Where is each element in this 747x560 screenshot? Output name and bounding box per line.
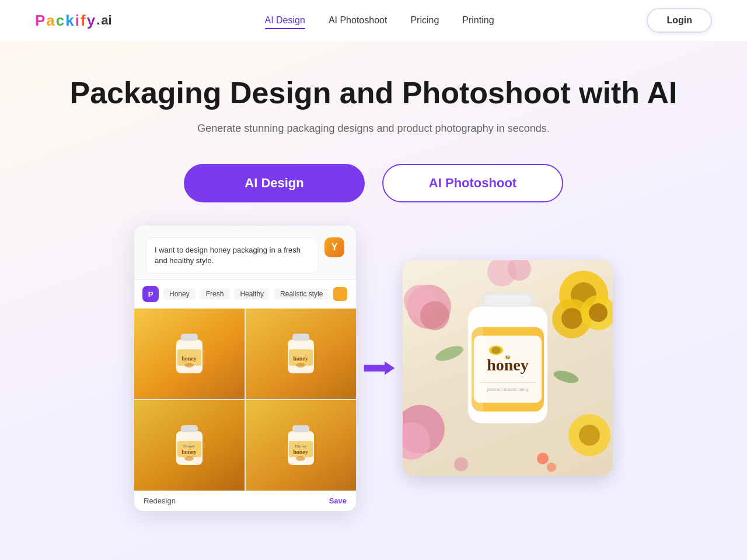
logo-letter-a: a <box>46 12 54 30</box>
nav-links: AI Design AI Photoshoot Pricing Printing <box>265 15 494 26</box>
svg-point-35 <box>579 425 600 446</box>
tag-color-swatch <box>333 287 347 301</box>
grid-image-2: honey <box>246 309 356 399</box>
toggle-ai-photoshoot[interactable]: AI Photoshoot <box>382 164 563 202</box>
nav-link-ai-photoshoot[interactable]: AI Photoshoot <box>329 15 388 26</box>
logo-ai: ai <box>101 13 111 28</box>
logo-letter-c: c <box>56 12 64 30</box>
left-panel: I want to design honey packaging in a fr… <box>134 226 356 511</box>
svg-point-21 <box>296 456 305 461</box>
svg-point-40 <box>454 457 468 471</box>
navbar: Packify.ai AI Design AI Photoshoot Prici… <box>0 0 747 41</box>
user-avatar: Y <box>324 237 344 257</box>
tag-healthy: Healthy <box>234 288 270 300</box>
logo-letter-f: f <box>81 12 86 30</box>
login-button[interactable]: Login <box>647 8 712 33</box>
logo-letter-y: y <box>87 12 95 30</box>
chat-bubble: I want to design honey packaging in a fr… <box>146 237 319 274</box>
redesign-button[interactable]: Redesign <box>144 496 176 505</box>
svg-point-15 <box>184 456 194 461</box>
logo-letter-k: k <box>65 12 74 30</box>
chat-area: I want to design honey packaging in a fr… <box>134 226 356 280</box>
svg-text:honey: honey <box>181 355 197 362</box>
arrow-container <box>356 354 403 383</box>
product-scene: honey 🐝 premium natural honey <box>403 260 613 476</box>
svg-rect-1 <box>181 334 198 341</box>
svg-marker-22 <box>364 362 395 375</box>
svg-rect-44 <box>484 295 531 306</box>
svg-text:Disney: Disney <box>295 444 306 449</box>
svg-rect-55 <box>472 312 483 416</box>
svg-text:honey: honey <box>293 355 308 362</box>
demo-area: I want to design honey packaging in a fr… <box>53 226 694 511</box>
toggle-ai-design[interactable]: AI Design <box>184 164 365 202</box>
svg-text:premium natural honey: premium natural honey <box>487 388 529 393</box>
svg-text:🐝: 🐝 <box>505 355 511 360</box>
svg-point-33 <box>589 303 608 322</box>
logo-letter-p: P <box>35 12 45 30</box>
logo-letter-i: i <box>75 12 79 30</box>
packify-icon: P <box>142 286 159 302</box>
svg-rect-17 <box>292 425 309 432</box>
svg-rect-6 <box>292 334 309 341</box>
svg-point-38 <box>537 453 549 464</box>
honey-jar-svg-4: Disney honey <box>282 421 320 470</box>
svg-point-39 <box>547 463 556 472</box>
honey-jar-svg-3: Disney honey <box>170 421 208 470</box>
right-panel: honey 🐝 premium natural honey <box>403 260 613 476</box>
honey-jar-svg-1: honey <box>170 329 208 379</box>
grid-image-3: Disney honey <box>134 400 245 491</box>
svg-rect-11 <box>181 425 198 432</box>
tag-realistic: Realistic style <box>274 288 329 300</box>
arrow-icon <box>362 354 397 383</box>
hero-subtitle: Generate stunning packaging designs and … <box>35 123 712 135</box>
honey-jar-svg-2: honey <box>282 329 320 379</box>
grid-image-4: Disney honey <box>246 400 356 491</box>
nav-link-pricing[interactable]: Pricing <box>410 15 439 26</box>
hero-section: Packaging Design and Photoshoot with AI … <box>0 41 747 560</box>
toggle-row: AI Design AI Photoshoot <box>35 164 712 202</box>
nav-link-printing[interactable]: Printing <box>462 15 494 26</box>
tags-row: P Honey Fresh Healthy Realistic style <box>134 280 356 309</box>
tag-honey: Honey <box>163 288 196 300</box>
svg-text:Disney: Disney <box>183 444 195 449</box>
svg-text:honey: honey <box>293 449 308 455</box>
nav-link-ai-design[interactable]: AI Design <box>265 15 305 26</box>
logo[interactable]: Packify.ai <box>35 12 112 30</box>
svg-point-50 <box>491 347 501 354</box>
images-grid: honey honey <box>134 309 356 491</box>
bottom-bar: Redesign Save <box>134 491 356 511</box>
svg-point-9 <box>296 363 305 368</box>
hero-title: Packaging Design and Photoshoot with AI <box>35 76 712 111</box>
svg-text:honey: honey <box>181 449 197 455</box>
tag-fresh: Fresh <box>200 288 230 300</box>
center-honey-jar: honey 🐝 premium natural honey <box>444 284 572 447</box>
logo-dot: . <box>96 13 100 28</box>
grid-image-1: honey <box>134 309 245 399</box>
save-button[interactable]: Save <box>329 496 347 505</box>
svg-point-4 <box>184 363 194 368</box>
